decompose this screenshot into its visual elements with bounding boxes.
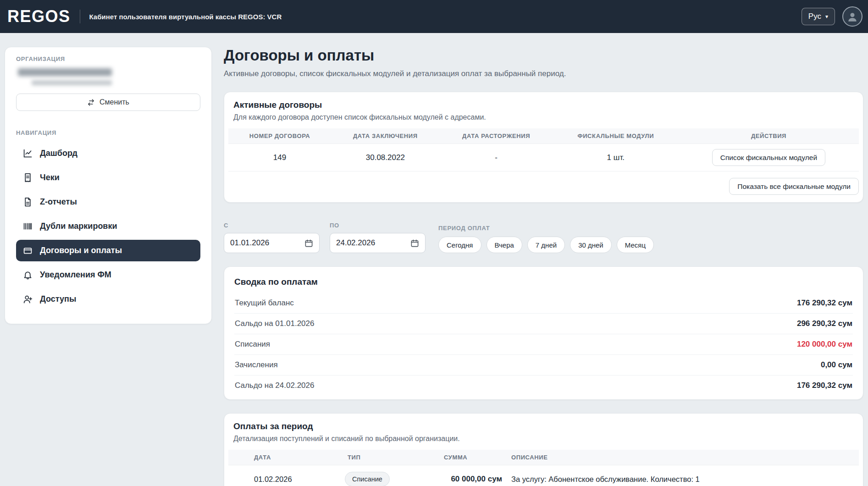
bell-icon xyxy=(23,270,33,280)
summary-row-current-balance: Текущий баланс 176 290,32 сум xyxy=(234,293,853,314)
topbar: REGOS Кабинет пользователя виртуальной к… xyxy=(0,0,868,33)
contracts-card-subtitle: Для каждого договора доступен список фис… xyxy=(233,113,854,122)
sidebar-item-label: Чеки xyxy=(40,173,60,182)
topbar-right: Рус ▾ xyxy=(802,6,862,27)
show-all-fiscal-modules-button[interactable]: Показать все фискальные модули xyxy=(729,178,859,195)
regos-logo: REGOS xyxy=(7,7,71,26)
contract-start-date: 30.08.2022 xyxy=(331,144,439,171)
topbar-left: REGOS Кабинет пользователя виртуальной к… xyxy=(7,7,282,26)
language-label: Рус xyxy=(808,12,821,21)
period-today-button[interactable]: Сегодня xyxy=(438,237,481,253)
summary-value: 296 290,32 сум xyxy=(797,319,852,328)
sidebar-item-receipts[interactable]: Чеки xyxy=(16,167,200,188)
period-month-button[interactable]: Месяц xyxy=(617,237,654,253)
payment-row: 01.02.2026 Списание 60 000,00 сум За усл… xyxy=(228,465,859,486)
page-title: Договоры и оплаты xyxy=(224,47,863,64)
payments-summary-card: Сводка по оплатам Текущий баланс 176 290… xyxy=(224,266,863,400)
sidebar-item-marking-duplicates[interactable]: Дубли маркировки xyxy=(16,215,200,237)
sidebar-item-fm-notifications[interactable]: Уведомления ФМ xyxy=(16,264,200,286)
change-organization-label: Сменить xyxy=(100,98,129,106)
topbar-divider xyxy=(80,10,80,23)
sidebar-item-access[interactable]: Доступы xyxy=(16,288,200,310)
sidebar-nav: Дашборд Чеки Z-отчеты Дубли маркировки xyxy=(16,143,200,310)
payment-type-badge: Списание xyxy=(345,472,390,486)
period-7-days-button[interactable]: 7 дней xyxy=(527,237,565,253)
period-filters: С 01.01.2026 ПО 24.02.2026 ПЕР xyxy=(224,222,863,253)
summary-value-negative: 120 000,00 сум xyxy=(797,340,852,349)
summary-row-credits: Зачисления 0,00 сум xyxy=(234,355,853,376)
contract-modules-count: 1 шт. xyxy=(553,144,679,171)
column-header: ТИП xyxy=(329,450,430,465)
sidebar: ОРГАНИЗАЦИЯ Сменить НАВИГАЦИЯ Дашборд Че… xyxy=(5,47,212,324)
date-to-value: 24.02.2026 xyxy=(336,238,375,248)
receipt-icon xyxy=(23,173,33,182)
summary-row-closing-balance: Сальдо на 24.02.2026 176 290,32 сум xyxy=(234,376,853,396)
page-subtitle: Активные договоры, список фискальных мод… xyxy=(224,69,863,78)
column-header: ДАТА РАСТОРЖЕНИЯ xyxy=(440,128,553,144)
date-to-input[interactable]: 24.02.2026 xyxy=(330,233,426,253)
chevron-down-icon: ▾ xyxy=(825,14,828,19)
period-30-days-button[interactable]: 30 дней xyxy=(570,237,612,253)
sidebar-item-z-reports[interactable]: Z-отчеты xyxy=(16,191,200,213)
summary-label: Зачисления xyxy=(235,360,278,370)
column-header: СУММА xyxy=(430,450,506,465)
summary-value: 176 290,32 сум xyxy=(797,298,852,308)
date-from-value: 01.01.2026 xyxy=(230,238,269,248)
sidebar-item-dashboard[interactable]: Дашборд xyxy=(16,143,200,164)
summary-label: Списания xyxy=(235,340,270,349)
sidebar-item-label: Доступы xyxy=(40,294,76,304)
org-name-redacted xyxy=(18,68,112,76)
sidebar-item-label: Дубли маркировки xyxy=(40,221,117,231)
payment-amount: 60 000,00 сум xyxy=(430,465,506,486)
fiscal-modules-list-button[interactable]: Список фискальных модулей xyxy=(712,149,825,166)
period-yesterday-button[interactable]: Вчера xyxy=(487,237,522,253)
page-layout: ОРГАНИЗАЦИЯ Сменить НАВИГАЦИЯ Дашборд Че… xyxy=(0,33,868,486)
calendar-icon xyxy=(410,239,419,248)
payments-card-title: Оплаты за период xyxy=(233,421,854,431)
summary-row-debits: Списания 120 000,00 сум xyxy=(234,334,853,355)
payment-date: 01.02.2026 xyxy=(228,465,329,486)
user-access-icon xyxy=(23,294,33,304)
swap-icon xyxy=(87,99,95,106)
payments-header-row: ДАТА ТИП СУММА ОПИСАНИЕ xyxy=(228,450,859,465)
summary-row-opening-balance: Сальдо на 01.01.2026 296 290,32 сум xyxy=(234,314,853,334)
sidebar-item-contracts-payments[interactable]: Договоры и оплаты xyxy=(16,240,200,261)
report-file-icon xyxy=(23,197,33,207)
sidebar-item-label: Z-отчеты xyxy=(40,197,77,207)
language-selector[interactable]: Рус ▾ xyxy=(802,8,835,25)
payments-table: ДАТА ТИП СУММА ОПИСАНИЕ 01.02.2026 Списа… xyxy=(228,450,859,486)
sidebar-item-label: Уведомления ФМ xyxy=(40,270,111,280)
change-organization-button[interactable]: Сменить xyxy=(16,94,200,111)
date-from-label: С xyxy=(224,222,320,229)
payment-description: За услугу: Абонентское обслуживание. Кол… xyxy=(506,465,859,486)
avatar[interactable] xyxy=(842,6,862,27)
chart-line-icon xyxy=(23,149,33,158)
date-to-label: ПО xyxy=(330,222,426,229)
app-title: Кабинет пользователя виртуальной кассы R… xyxy=(89,13,282,21)
summary-label: Текущий баланс xyxy=(235,298,294,308)
contract-row: 149 30.08.2022 - 1 шт. Список фискальных… xyxy=(228,144,859,171)
column-header: ДАТА ЗАКЛЮЧЕНИЯ xyxy=(331,128,439,144)
date-from-input[interactable]: 01.01.2026 xyxy=(224,233,320,253)
wallet-icon xyxy=(23,246,33,255)
summary-label: Сальдо на 24.02.2026 xyxy=(235,381,314,390)
contracts-table: НОМЕР ДОГОВОРА ДАТА ЗАКЛЮЧЕНИЯ ДАТА РАСТ… xyxy=(228,128,859,171)
payments-period-card: Оплаты за период Детализация поступлений… xyxy=(224,413,863,486)
contracts-card-title: Активные договоры xyxy=(233,100,854,110)
column-header: НОМЕР ДОГОВОРА xyxy=(228,128,331,144)
date-from-field: С 01.01.2026 xyxy=(224,222,320,253)
period-presets: ПЕРИОД ОПЛАТ Сегодня Вчера 7 дней 30 дне… xyxy=(438,225,654,253)
contracts-header-row: НОМЕР ДОГОВОРА ДАТА ЗАКЛЮЧЕНИЯ ДАТА РАСТ… xyxy=(228,128,859,144)
date-to-field: ПО 24.02.2026 xyxy=(330,222,426,253)
summary-value: 0,00 сум xyxy=(821,360,852,370)
column-header: ДАТА xyxy=(228,450,329,465)
summary-card-title: Сводка по оплатам xyxy=(234,277,853,287)
calendar-icon xyxy=(304,239,313,248)
column-header: ОПИСАНИЕ xyxy=(506,450,859,465)
org-details-redacted xyxy=(32,80,112,85)
contract-number: 149 xyxy=(228,144,331,171)
navigation-label: НАВИГАЦИЯ xyxy=(16,129,200,136)
active-contracts-card: Активные договоры Для каждого договора д… xyxy=(224,92,863,203)
column-header: ДЕЙСТВИЯ xyxy=(679,128,859,144)
main-content: Договоры и оплаты Активные договоры, спи… xyxy=(224,47,863,486)
